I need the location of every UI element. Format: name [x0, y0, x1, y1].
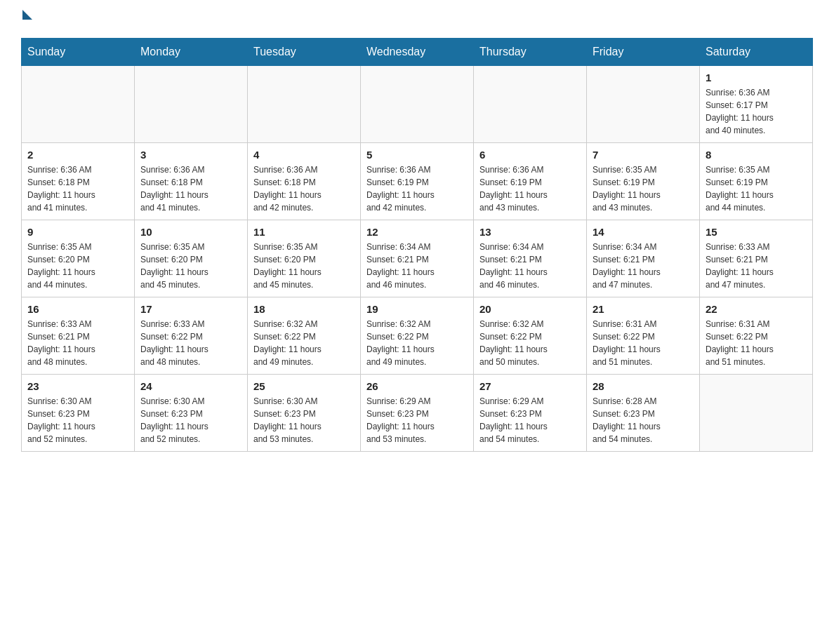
day-info: Sunrise: 6:34 AMSunset: 6:21 PMDaylight:… — [593, 241, 694, 291]
day-info: Sunrise: 6:36 AMSunset: 6:19 PMDaylight:… — [479, 163, 581, 214]
calendar-cell: 15Sunrise: 6:33 AMSunset: 6:21 PMDayligh… — [700, 220, 813, 297]
calendar-cell — [700, 375, 813, 452]
calendar-cell: 10Sunrise: 6:35 AMSunset: 6:20 PMDayligh… — [135, 220, 248, 297]
calendar-cell: 9Sunrise: 6:35 AMSunset: 6:20 PMDaylight… — [22, 220, 135, 297]
day-info: Sunrise: 6:30 AMSunset: 6:23 PMDaylight:… — [253, 395, 355, 445]
day-info: Sunrise: 6:33 AMSunset: 6:21 PMDaylight:… — [27, 318, 128, 368]
day-number: 2 — [27, 149, 128, 161]
day-info: Sunrise: 6:36 AMSunset: 6:18 PMDaylight:… — [140, 163, 241, 214]
day-info: Sunrise: 6:30 AMSunset: 6:23 PMDaylight:… — [140, 395, 241, 445]
day-number: 18 — [253, 303, 355, 315]
day-number: 24 — [140, 380, 241, 392]
day-info: Sunrise: 6:28 AMSunset: 6:23 PMDaylight:… — [593, 395, 694, 445]
week-row-4: 16Sunrise: 6:33 AMSunset: 6:21 PMDayligh… — [22, 297, 813, 375]
day-info: Sunrise: 6:31 AMSunset: 6:22 PMDaylight:… — [706, 318, 807, 368]
day-number: 16 — [27, 303, 128, 315]
day-number: 3 — [140, 149, 241, 161]
week-row-1: 1Sunrise: 6:36 AMSunset: 6:17 PMDaylight… — [22, 66, 813, 143]
day-number: 14 — [593, 226, 694, 238]
day-info: Sunrise: 6:35 AMSunset: 6:20 PMDaylight:… — [253, 241, 355, 291]
day-info: Sunrise: 6:35 AMSunset: 6:19 PMDaylight:… — [706, 163, 807, 214]
day-header-tuesday: Tuesday — [248, 39, 361, 66]
logo-arrow-icon — [22, 10, 32, 20]
calendar-cell — [474, 66, 587, 143]
day-info: Sunrise: 6:30 AMSunset: 6:23 PMDaylight:… — [27, 395, 128, 445]
week-row-3: 9Sunrise: 6:35 AMSunset: 6:20 PMDaylight… — [22, 220, 813, 297]
day-number: 5 — [366, 149, 468, 161]
calendar-cell: 27Sunrise: 6:29 AMSunset: 6:23 PMDayligh… — [474, 375, 587, 452]
calendar-cell — [361, 66, 474, 143]
calendar-cell — [587, 66, 700, 143]
day-info: Sunrise: 6:36 AMSunset: 6:18 PMDaylight:… — [253, 163, 355, 214]
calendar-cell: 23Sunrise: 6:30 AMSunset: 6:23 PMDayligh… — [22, 375, 135, 452]
day-info: Sunrise: 6:29 AMSunset: 6:23 PMDaylight:… — [479, 395, 581, 445]
calendar-cell: 21Sunrise: 6:31 AMSunset: 6:22 PMDayligh… — [587, 297, 700, 375]
day-info: Sunrise: 6:33 AMSunset: 6:22 PMDaylight:… — [140, 318, 241, 368]
day-number: 9 — [27, 226, 128, 238]
calendar-cell: 25Sunrise: 6:30 AMSunset: 6:23 PMDayligh… — [248, 375, 361, 452]
calendar-cell: 11Sunrise: 6:35 AMSunset: 6:20 PMDayligh… — [248, 220, 361, 297]
calendar-cell — [248, 66, 361, 143]
calendar-cell — [135, 66, 248, 143]
calendar-cell: 19Sunrise: 6:32 AMSunset: 6:22 PMDayligh… — [361, 297, 474, 375]
calendar-cell: 16Sunrise: 6:33 AMSunset: 6:21 PMDayligh… — [22, 297, 135, 375]
day-number: 23 — [27, 380, 128, 392]
day-info: Sunrise: 6:31 AMSunset: 6:22 PMDaylight:… — [593, 318, 694, 368]
day-number: 8 — [706, 149, 807, 161]
day-number: 12 — [366, 226, 468, 238]
calendar-cell: 18Sunrise: 6:32 AMSunset: 6:22 PMDayligh… — [248, 297, 361, 375]
calendar-cell: 8Sunrise: 6:35 AMSunset: 6:19 PMDaylight… — [700, 143, 813, 220]
day-info: Sunrise: 6:32 AMSunset: 6:22 PMDaylight:… — [366, 318, 468, 368]
calendar-cell: 22Sunrise: 6:31 AMSunset: 6:22 PMDayligh… — [700, 297, 813, 375]
day-number: 21 — [593, 303, 694, 315]
day-info: Sunrise: 6:36 AMSunset: 6:17 PMDaylight:… — [706, 86, 807, 137]
calendar-cell: 2Sunrise: 6:36 AMSunset: 6:18 PMDaylight… — [22, 143, 135, 220]
day-info: Sunrise: 6:33 AMSunset: 6:21 PMDaylight:… — [706, 241, 807, 291]
day-info: Sunrise: 6:35 AMSunset: 6:20 PMDaylight:… — [27, 241, 128, 291]
day-number: 20 — [479, 303, 581, 315]
day-header-wednesday: Wednesday — [361, 39, 474, 66]
day-number: 6 — [479, 149, 581, 161]
day-info: Sunrise: 6:35 AMSunset: 6:20 PMDaylight:… — [140, 241, 241, 291]
day-info: Sunrise: 6:32 AMSunset: 6:22 PMDaylight:… — [253, 318, 355, 368]
calendar-cell: 13Sunrise: 6:34 AMSunset: 6:21 PMDayligh… — [474, 220, 587, 297]
day-header-thursday: Thursday — [474, 39, 587, 66]
page-header — [21, 14, 813, 24]
calendar-cell: 14Sunrise: 6:34 AMSunset: 6:21 PMDayligh… — [587, 220, 700, 297]
calendar-cell: 20Sunrise: 6:32 AMSunset: 6:22 PMDayligh… — [474, 297, 587, 375]
calendar-table: SundayMondayTuesdayWednesdayThursdayFrid… — [21, 38, 813, 452]
day-number: 27 — [479, 380, 581, 392]
week-row-2: 2Sunrise: 6:36 AMSunset: 6:18 PMDaylight… — [22, 143, 813, 220]
day-number: 4 — [253, 149, 355, 161]
day-info: Sunrise: 6:29 AMSunset: 6:23 PMDaylight:… — [366, 395, 468, 445]
day-number: 28 — [593, 380, 694, 392]
day-info: Sunrise: 6:36 AMSunset: 6:18 PMDaylight:… — [27, 163, 128, 214]
day-header-friday: Friday — [587, 39, 700, 66]
day-number: 15 — [706, 226, 807, 238]
calendar-cell: 26Sunrise: 6:29 AMSunset: 6:23 PMDayligh… — [361, 375, 474, 452]
day-info: Sunrise: 6:34 AMSunset: 6:21 PMDaylight:… — [479, 241, 581, 291]
calendar-cell: 17Sunrise: 6:33 AMSunset: 6:22 PMDayligh… — [135, 297, 248, 375]
day-number: 1 — [706, 72, 807, 83]
day-info: Sunrise: 6:34 AMSunset: 6:21 PMDaylight:… — [366, 241, 468, 291]
week-row-5: 23Sunrise: 6:30 AMSunset: 6:23 PMDayligh… — [22, 375, 813, 452]
calendar-cell: 3Sunrise: 6:36 AMSunset: 6:18 PMDaylight… — [135, 143, 248, 220]
day-header-monday: Monday — [135, 39, 248, 66]
day-number: 7 — [593, 149, 694, 161]
day-headers-row: SundayMondayTuesdayWednesdayThursdayFrid… — [22, 39, 813, 66]
day-info: Sunrise: 6:35 AMSunset: 6:19 PMDaylight:… — [593, 163, 694, 214]
day-number: 13 — [479, 226, 581, 238]
calendar-cell: 1Sunrise: 6:36 AMSunset: 6:17 PMDaylight… — [700, 66, 813, 143]
calendar-cell: 28Sunrise: 6:28 AMSunset: 6:23 PMDayligh… — [587, 375, 700, 452]
calendar-cell: 5Sunrise: 6:36 AMSunset: 6:19 PMDaylight… — [361, 143, 474, 220]
day-number: 17 — [140, 303, 241, 315]
calendar-cell: 4Sunrise: 6:36 AMSunset: 6:18 PMDaylight… — [248, 143, 361, 220]
calendar-cell: 24Sunrise: 6:30 AMSunset: 6:23 PMDayligh… — [135, 375, 248, 452]
day-number: 10 — [140, 226, 241, 238]
day-number: 19 — [366, 303, 468, 315]
day-header-sunday: Sunday — [22, 39, 135, 66]
logo — [21, 14, 32, 24]
day-number: 11 — [253, 226, 355, 238]
day-number: 22 — [706, 303, 807, 315]
calendar-cell — [22, 66, 135, 143]
